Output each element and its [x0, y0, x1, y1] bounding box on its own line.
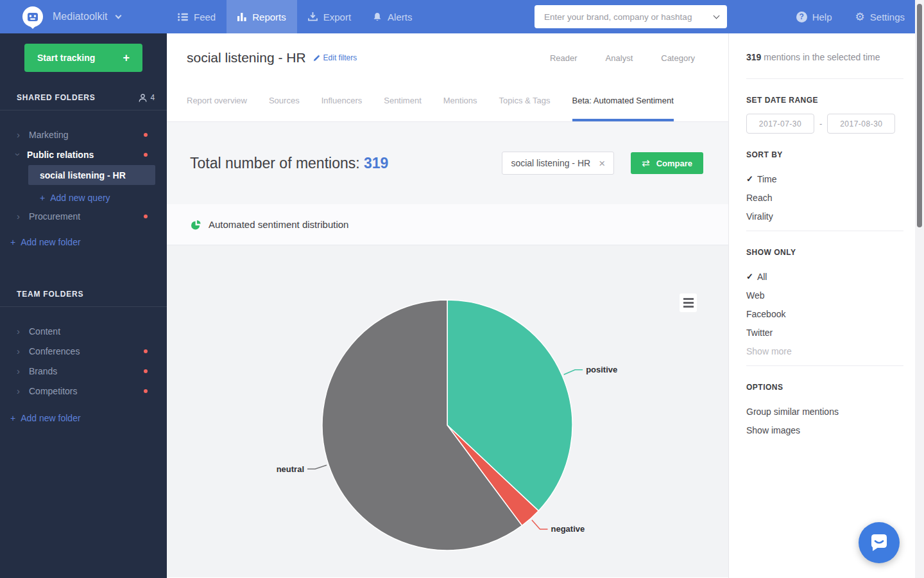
feed-list-icon [178, 13, 188, 21]
folder-label: Procurement [29, 211, 80, 222]
report-header: social listening - HR Edit filters Reade… [167, 33, 728, 122]
add-new-folder-button[interactable]: + Add new folder [10, 413, 167, 423]
sidebar-folder-public-relations[interactable]: › Public relations [0, 144, 167, 164]
folder-label: Public relations [27, 150, 94, 160]
show-only-web[interactable]: Web [746, 286, 903, 304]
option-label: Virality [746, 211, 773, 222]
chevron-down-icon: › [13, 153, 24, 156]
folder-members-count[interactable]: 4 [139, 93, 155, 102]
sidebar-folder-procurement[interactable]: › Procurement [0, 206, 167, 226]
sidebar-folder-marketing[interactable]: › Marketing [0, 125, 167, 144]
tab-topics-tags[interactable]: Topics & Tags [499, 96, 551, 121]
divider [746, 365, 903, 366]
option-label: Twitter [746, 328, 773, 338]
total-mentions-label: Total number of mentions: [190, 155, 360, 171]
divider [0, 306, 167, 307]
sidebar-folder-brands[interactable]: › Brands [0, 361, 167, 381]
query-label: social listening - HR [40, 170, 126, 180]
sort-option-time[interactable]: ✓ Time [746, 170, 903, 188]
team-folder-list: › Content › Conferences › Brands › Compe… [0, 321, 167, 401]
tab-mentions[interactable]: Mentions [443, 96, 477, 121]
sort-by-options: ✓ Time Reach Virality [746, 170, 903, 225]
chevron-right-icon: › [17, 211, 29, 222]
sort-option-reach[interactable]: Reach [746, 188, 903, 207]
show-only-title: SHOW ONLY [746, 248, 903, 257]
unread-dot [144, 369, 148, 373]
search-input[interactable] [543, 12, 714, 22]
pie-label-positive: positive [586, 365, 617, 374]
mediatoolkit-logo-icon [22, 6, 44, 28]
brand-name: Mediatoolkit [53, 11, 107, 22]
team-folders-title: TEAM FOLDERS [17, 290, 83, 299]
close-icon[interactable]: × [599, 158, 605, 169]
date-to-input[interactable] [827, 114, 895, 134]
plus-icon: + [10, 237, 15, 247]
chart-context-menu-button[interactable] [680, 293, 697, 312]
tab-report-overview[interactable]: Report overview [187, 96, 247, 121]
date-from-input[interactable] [746, 114, 814, 134]
page-scrollbar-thumb[interactable] [917, 4, 922, 227]
members-count-value: 4 [151, 93, 155, 102]
tab-beta-automated-sentiment[interactable]: Beta: Automated Sentiment [572, 96, 674, 121]
person-icon [139, 94, 147, 102]
option-show-images[interactable]: Show images [746, 421, 903, 439]
add-new-folder-button[interactable]: + Add new folder [10, 237, 167, 247]
view-mode-switcher: Reader Analyst Category [550, 53, 728, 63]
nav-reports[interactable]: Reports [227, 0, 297, 33]
mentions-suffix: mentions in the selected time [764, 52, 880, 62]
nav-reports-label: Reports [252, 12, 286, 22]
view-mode-analyst[interactable]: Analyst [606, 53, 633, 63]
sort-option-virality[interactable]: Virality [746, 207, 903, 225]
shared-folders-title: SHARED FOLDERS [17, 93, 96, 102]
nav-feed[interactable]: Feed [167, 0, 227, 33]
query-tag: social listening - HR × [502, 152, 614, 175]
show-only-facebook[interactable]: Facebook [746, 304, 903, 323]
tab-influencers[interactable]: Influencers [321, 96, 363, 121]
team-folders-header: TEAM FOLDERS [0, 290, 167, 299]
primary-nav: Feed Reports Export Alerts [167, 0, 423, 33]
option-label: Group similar mentions [746, 407, 839, 417]
view-mode-category[interactable]: Category [661, 53, 695, 63]
download-icon [308, 12, 318, 21]
option-label: Reach [746, 193, 772, 203]
unread-dot [144, 133, 148, 137]
sidebar-folder-content[interactable]: › Content [0, 321, 167, 341]
swap-arrows-icon: ⇄ [642, 157, 650, 169]
tab-sources[interactable]: Sources [269, 96, 300, 121]
brand-menu[interactable]: Mediatoolkit [0, 6, 167, 28]
question-icon: ? [796, 12, 807, 22]
nav-alerts[interactable]: Alerts [362, 0, 423, 33]
option-group-similar-mentions[interactable]: Group similar mentions [746, 402, 903, 421]
pie-label-connector-positive [564, 370, 583, 375]
query-tag-label: social listening - HR [511, 158, 590, 168]
nav-feed-label: Feed [194, 12, 216, 22]
chevron-down-icon[interactable] [714, 12, 720, 19]
nav-export[interactable]: Export [297, 0, 362, 33]
add-new-query-button[interactable]: + Add new query [40, 191, 167, 205]
unread-dot [144, 389, 148, 393]
sidebar-query-social-listening-hr[interactable]: social listening - HR [28, 165, 155, 185]
show-more-button[interactable]: Show more [746, 342, 903, 360]
view-mode-reader[interactable]: Reader [550, 53, 578, 63]
pie-chart-icon [191, 220, 201, 230]
sidebar-folder-competitors[interactable]: › Competitors [0, 381, 167, 401]
settings-button[interactable]: ⚙ Settings [855, 12, 905, 22]
chevron-down-icon [116, 12, 122, 19]
tab-sentiment[interactable]: Sentiment [384, 96, 422, 121]
sidebar-folder-conferences[interactable]: › Conferences [0, 341, 167, 361]
show-only-twitter[interactable]: Twitter [746, 323, 903, 342]
date-range-inputs: - [746, 114, 903, 134]
mentions-in-range-note: 319 mentions in the selected time [746, 52, 903, 62]
sentiment-chart-area: positivenegativeneutral [167, 245, 728, 577]
edit-filters-button[interactable]: Edit filters [313, 53, 357, 62]
unread-dot [144, 153, 148, 157]
show-only-all[interactable]: ✓ All [746, 267, 903, 286]
compare-button[interactable]: ⇄ Compare [631, 152, 703, 174]
start-tracking-button[interactable]: Start tracking + [24, 44, 142, 72]
chat-launcher-button[interactable] [859, 522, 900, 563]
help-button[interactable]: ? Help [796, 12, 832, 22]
shared-folders-header: SHARED FOLDERS 4 [0, 93, 167, 102]
check-icon: ✓ [746, 272, 753, 281]
date-separator: - [819, 119, 822, 128]
top-navbar: Mediatoolkit Feed Reports Export Alerts … [0, 0, 924, 33]
